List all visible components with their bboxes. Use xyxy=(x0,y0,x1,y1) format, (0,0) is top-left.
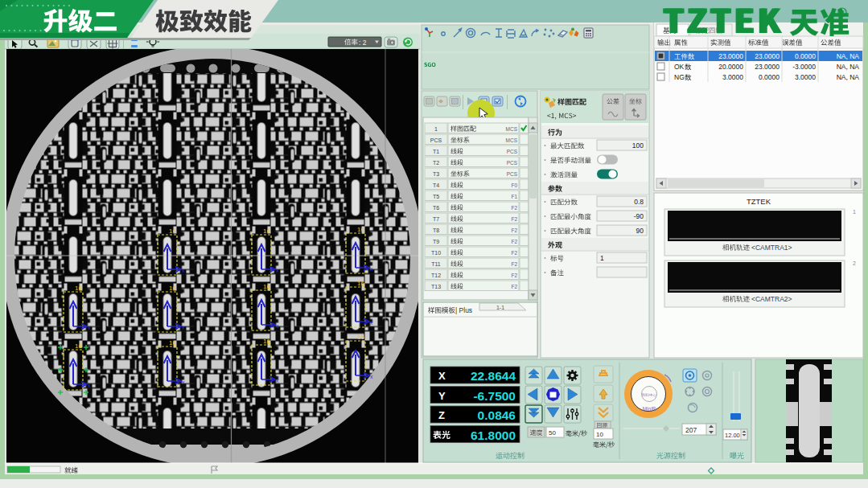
svg-text:NG: NG xyxy=(674,73,685,81)
svg-text:x: x xyxy=(276,268,279,273)
svg-text:20.0000: 20.0000 xyxy=(718,63,743,71)
svg-text:T12: T12 xyxy=(431,273,441,278)
svg-text:3.0000: 3.0000 xyxy=(722,73,743,81)
svg-text:NA, NA: NA, NA xyxy=(837,73,860,81)
svg-text:1: 1 xyxy=(853,209,856,215)
svg-text:16: 16 xyxy=(263,228,270,235)
svg-text:<CAMTRA2>: <CAMTRA2> xyxy=(751,295,792,303)
svg-text:TZTEK: TZTEK xyxy=(747,197,771,206)
svg-text:<CAMTRA1>: <CAMTRA1> xyxy=(751,244,792,252)
svg-text:x: x xyxy=(88,325,91,330)
svg-text:0.8: 0.8 xyxy=(634,198,644,206)
svg-text:1: 1 xyxy=(434,126,438,132)
svg-text:T6: T6 xyxy=(433,205,439,211)
svg-text:F2: F2 xyxy=(511,205,517,211)
svg-text:Z: Z xyxy=(438,409,445,421)
svg-text:F2: F2 xyxy=(511,228,517,233)
svg-text:-90: -90 xyxy=(634,212,644,220)
svg-text:3.0000: 3.0000 xyxy=(795,73,816,81)
svg-text:T1: T1 xyxy=(433,149,439,154)
svg-text:T5: T5 xyxy=(433,194,439,199)
svg-text:16: 16 xyxy=(169,339,176,347)
svg-text:22.8644: 22.8644 xyxy=(471,369,516,383)
svg-text:16: 16 xyxy=(263,338,270,345)
svg-text:90: 90 xyxy=(636,227,644,235)
svg-text:F2: F2 xyxy=(511,216,517,222)
svg-text:x: x xyxy=(88,383,91,388)
svg-text:x: x xyxy=(182,325,185,330)
svg-text:0.0000: 0.0000 xyxy=(759,73,780,81)
svg-text:x: x xyxy=(182,268,185,273)
svg-text:PCS: PCS xyxy=(430,137,442,143)
svg-text:1-1: 1-1 xyxy=(496,305,504,310)
svg-text:61.8000: 61.8000 xyxy=(471,429,516,442)
svg-text:16: 16 xyxy=(75,342,82,350)
svg-text:NA, NA: NA, NA xyxy=(837,63,860,71)
svg-text:F0: F0 xyxy=(511,182,517,188)
svg-text:T13: T13 xyxy=(431,284,441,289)
svg-text:Y: Y xyxy=(438,390,446,402)
svg-text:1: 1 xyxy=(600,254,604,262)
svg-text:T7: T7 xyxy=(433,216,439,222)
svg-text:23.0000: 23.0000 xyxy=(755,63,780,71)
svg-text:MiniR: MiniR xyxy=(643,406,656,412)
svg-text:PCS: PCS xyxy=(507,160,518,166)
svg-text:| Plus: | Plus xyxy=(455,306,472,314)
svg-text:23.0000: 23.0000 xyxy=(755,52,780,60)
svg-text:MCS: MCS xyxy=(506,126,518,132)
svg-text:T9: T9 xyxy=(433,239,439,244)
svg-text:x: x xyxy=(370,374,373,379)
svg-text:OK: OK xyxy=(674,63,685,71)
svg-text:16: 16 xyxy=(357,334,364,341)
svg-text:NA, NA: NA, NA xyxy=(837,52,860,60)
svg-text:T4: T4 xyxy=(433,182,439,188)
svg-text:16: 16 xyxy=(263,283,270,290)
svg-text:x: x xyxy=(276,378,279,383)
svg-text:: 2: : 2 xyxy=(359,39,367,47)
svg-text:PCS: PCS xyxy=(507,149,518,154)
svg-text:F2: F2 xyxy=(511,284,517,289)
svg-text:X: X xyxy=(438,370,446,382)
svg-text:PCS: PCS xyxy=(507,171,518,177)
svg-text:T10: T10 xyxy=(431,250,441,256)
svg-text:x: x xyxy=(276,323,279,329)
svg-text:16: 16 xyxy=(75,285,82,292)
svg-text:16: 16 xyxy=(357,226,364,233)
svg-text:0.0846: 0.0846 xyxy=(478,408,516,422)
svg-text:F2: F2 xyxy=(511,250,517,256)
svg-text:F2: F2 xyxy=(511,261,517,267)
svg-text:10: 10 xyxy=(596,431,603,438)
svg-text:-3.0000: -3.0000 xyxy=(792,63,816,71)
svg-text:x: x xyxy=(370,320,373,326)
svg-text:MCS: MCS xyxy=(506,137,518,143)
svg-text:23.0000: 23.0000 xyxy=(718,52,743,60)
svg-text:F2: F2 xyxy=(511,273,517,278)
svg-text:T8: T8 xyxy=(433,228,439,233)
svg-text:R: R xyxy=(840,10,844,15)
svg-text:T3: T3 xyxy=(433,171,439,177)
svg-text:16: 16 xyxy=(169,285,176,292)
svg-text:0.0000: 0.0000 xyxy=(795,52,816,60)
svg-text:2: 2 xyxy=(853,260,856,266)
svg-text:F2: F2 xyxy=(511,239,517,244)
svg-text:100: 100 xyxy=(632,141,644,150)
svg-text:x: x xyxy=(182,379,185,385)
svg-text:207: 207 xyxy=(685,426,697,434)
svg-text:T11: T11 xyxy=(431,261,441,267)
svg-text:16: 16 xyxy=(169,228,176,235)
svg-text:50: 50 xyxy=(549,429,556,437)
svg-text:F1: F1 xyxy=(511,194,517,199)
svg-text:x: x xyxy=(370,266,373,272)
svg-text:T2: T2 xyxy=(433,160,439,166)
svg-text:12.00: 12.00 xyxy=(725,432,740,439)
svg-text:-6.7500: -6.7500 xyxy=(473,389,516,403)
svg-text:16: 16 xyxy=(357,280,364,287)
